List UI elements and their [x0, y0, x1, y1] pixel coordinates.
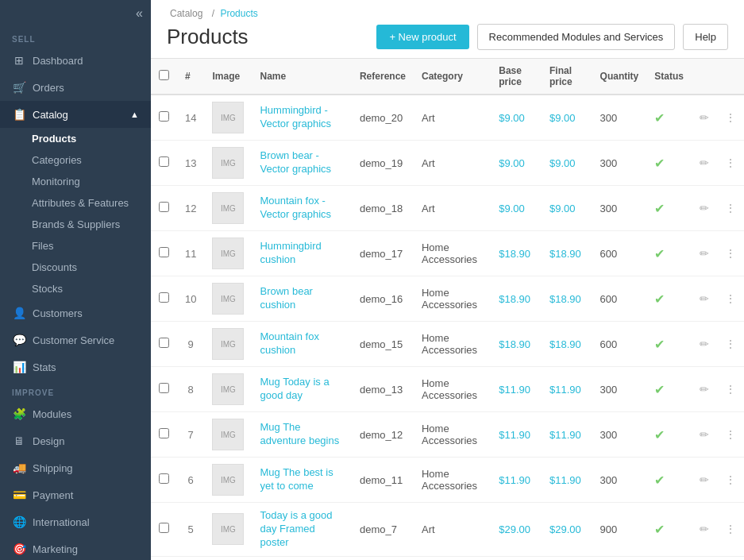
row-checkbox[interactable]: [159, 156, 169, 167]
more-options-icon[interactable]: ⋮: [725, 523, 736, 535]
breadcrumb-catalog[interactable]: Catalog: [170, 8, 202, 19]
edit-icon[interactable]: ✏: [700, 383, 709, 396]
row-quantity: 600: [592, 231, 647, 276]
row-final-price: $11.90: [542, 412, 592, 458]
row-checkbox[interactable]: [159, 292, 169, 303]
more-options-icon[interactable]: ⋮: [725, 156, 736, 169]
edit-icon[interactable]: ✏: [700, 292, 709, 305]
col-quantity: Quantity: [592, 59, 647, 95]
sidebar-catalog-brands-suppliers[interactable]: Brands & Suppliers: [0, 214, 151, 235]
row-more-cell: ⋮: [717, 186, 744, 231]
sidebar-catalog-monitoring[interactable]: Monitoring: [0, 171, 151, 192]
more-options-icon[interactable]: ⋮: [725, 202, 736, 214]
sidebar-catalog-categories[interactable]: Categories: [0, 149, 151, 171]
sidebar-item-catalog[interactable]: 📋 Catalog ▲: [0, 101, 151, 128]
row-reference: demo_5: [352, 556, 414, 560]
product-name-link[interactable]: Today is a good day Framed poster: [260, 509, 332, 548]
row-category: Art: [414, 141, 491, 186]
breadcrumb-products[interactable]: Products: [220, 8, 257, 19]
product-name-link[interactable]: Mug The best is yet to come: [260, 466, 333, 492]
more-options-icon[interactable]: ⋮: [725, 383, 736, 396]
sidebar-item-marketing[interactable]: 🎯 Marketing: [0, 535, 151, 560]
sidebar-catalog-attributes-features[interactable]: Attributes & Features: [0, 192, 151, 214]
row-name-cell: Mug Today is a good day: [252, 367, 351, 412]
row-more-cell: ⋮: [717, 367, 744, 412]
status-icon: ✔: [654, 338, 665, 351]
row-more-cell: ⋮: [717, 231, 744, 276]
edit-icon[interactable]: ✏: [700, 473, 709, 486]
row-checkbox-cell: [151, 322, 177, 367]
edit-icon[interactable]: ✏: [700, 523, 709, 535]
row-checkbox[interactable]: [159, 383, 169, 393]
row-status: ✔: [646, 141, 692, 186]
more-options-icon[interactable]: ⋮: [725, 338, 736, 350]
product-name-link[interactable]: Brown bear - Vector graphics: [260, 149, 331, 175]
sidebar-item-modules[interactable]: 🧩 Modules: [0, 400, 151, 427]
sidebar-item-dashboard[interactable]: ⊞ Dashboard: [0, 47, 151, 74]
edit-icon[interactable]: ✏: [700, 156, 709, 169]
sidebar-item-shipping[interactable]: 🚚 Shipping: [0, 454, 151, 481]
help-button[interactable]: Help: [683, 24, 728, 50]
edit-icon[interactable]: ✏: [700, 428, 709, 441]
product-name-link[interactable]: Mug Today is a good day: [260, 376, 329, 401]
row-edit-cell: ✏: [692, 412, 717, 458]
sidebar-catalog-products[interactable]: Products: [0, 128, 151, 149]
row-checkbox[interactable]: [159, 473, 169, 484]
modules-icon: 🧩: [12, 407, 26, 420]
table-row: 14 IMG Hummingbird - Vector graphics dem…: [151, 95, 744, 141]
row-checkbox-cell: [151, 231, 177, 276]
more-options-icon[interactable]: ⋮: [725, 247, 736, 260]
row-image-cell: IMG: [204, 276, 252, 322]
edit-icon[interactable]: ✏: [700, 202, 709, 214]
row-edit-cell: ✏: [692, 276, 717, 322]
row-checkbox[interactable]: [159, 111, 169, 122]
table-row: 11 IMG Hummingbird cushion demo_17 Home …: [151, 231, 744, 276]
more-options-icon[interactable]: ⋮: [725, 111, 736, 124]
sidebar-item-customers[interactable]: 👤 Customers: [0, 299, 151, 326]
row-checkbox[interactable]: [159, 202, 169, 212]
sidebar-item-customer-service[interactable]: 💬 Customer Service: [0, 326, 151, 353]
sidebar-item-payment[interactable]: 💳 Payment: [0, 481, 151, 508]
product-name-link[interactable]: Brown bear cushion: [260, 285, 312, 311]
product-name-link[interactable]: Mountain fox - Vector graphics: [260, 195, 331, 220]
more-options-icon[interactable]: ⋮: [725, 292, 736, 305]
row-checkbox-cell: [151, 276, 177, 322]
sidebar-item-label: Orders: [33, 82, 64, 94]
sidebar-collapse-button[interactable]: «: [0, 0, 151, 27]
col-checkbox: [151, 59, 177, 95]
main-content: Catalog / Products Products + New produc…: [151, 0, 744, 560]
sell-section-label: SELL: [0, 27, 151, 47]
product-name-link[interactable]: Hummingbird cushion: [260, 240, 321, 265]
sidebar-item-international[interactable]: 🌐 International: [0, 508, 151, 535]
new-product-button[interactable]: + New product: [376, 25, 468, 49]
more-options-icon[interactable]: ⋮: [725, 428, 736, 441]
sidebar-catalog-stocks[interactable]: Stocks: [0, 278, 151, 299]
row-checkbox[interactable]: [159, 338, 169, 348]
sidebar-catalog-discounts[interactable]: Discounts: [0, 257, 151, 278]
row-more-cell: ⋮: [717, 141, 744, 186]
status-icon: ✔: [654, 383, 665, 396]
product-name-link[interactable]: Hummingbird - Vector graphics: [260, 104, 331, 129]
recommended-modules-button[interactable]: Recommended Modules and Services: [477, 24, 676, 50]
edit-icon[interactable]: ✏: [700, 338, 709, 350]
row-checkbox[interactable]: [159, 523, 169, 533]
row-checkbox[interactable]: [159, 428, 169, 438]
row-category: Home Accessories: [414, 412, 491, 458]
row-checkbox[interactable]: [159, 247, 169, 257]
table-body: 14 IMG Hummingbird - Vector graphics dem…: [151, 95, 744, 560]
edit-icon[interactable]: ✏: [700, 111, 709, 124]
row-more-cell: ⋮: [717, 322, 744, 367]
row-base-price: $9.00: [491, 95, 542, 141]
sidebar-item-stats[interactable]: 📊 Stats: [0, 353, 151, 380]
customer-service-icon: 💬: [12, 334, 26, 346]
product-name-link[interactable]: Mug The adventure begins: [260, 421, 339, 446]
more-options-icon[interactable]: ⋮: [725, 473, 736, 486]
select-all-checkbox[interactable]: [159, 70, 169, 80]
col-edit: [692, 59, 717, 95]
sidebar-catalog-files[interactable]: Files: [0, 235, 151, 257]
sidebar-item-orders[interactable]: 🛒 Orders: [0, 74, 151, 101]
products-table: # Image Name Reference Category Base pri…: [151, 59, 744, 560]
product-name-link[interactable]: Mountain fox cushion: [260, 330, 318, 356]
edit-icon[interactable]: ✏: [700, 247, 709, 260]
sidebar-item-design[interactable]: 🖥 Design: [0, 427, 151, 454]
